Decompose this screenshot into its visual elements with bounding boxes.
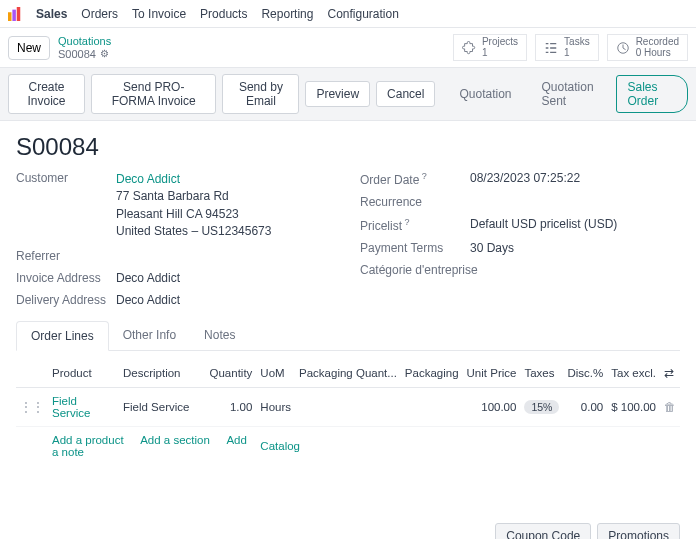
order-lines-table-wrap: Product Description Quantity UoM Packagi…: [0, 359, 696, 515]
customer-addr3: United States – US12345673: [116, 223, 271, 240]
col-packaging[interactable]: Packaging: [401, 359, 463, 388]
order-date-value: 08/23/2023 07:25:22: [470, 171, 580, 185]
col-settings[interactable]: ⇄: [660, 359, 680, 388]
invoice-address-label: Invoice Address: [16, 271, 116, 285]
gear-icon[interactable]: ⚙: [100, 48, 109, 60]
line-tax-pill[interactable]: 15%: [524, 400, 559, 414]
statbox-recorded-value: 0 Hours: [636, 48, 679, 59]
nav-to-invoice[interactable]: To Invoice: [132, 7, 186, 21]
add-section-link[interactable]: Add a section: [140, 434, 210, 446]
order-date-label: Order Date ?: [360, 171, 470, 187]
col-pkg-qty[interactable]: Packaging Quant...: [295, 359, 401, 388]
stage-sales-order[interactable]: Sales Order: [616, 75, 688, 113]
stage-quotation-sent[interactable]: Quotation Sent: [530, 75, 611, 113]
tab-order-lines[interactable]: Order Lines: [16, 321, 109, 351]
statbox-tasks-label: Tasks: [564, 37, 590, 48]
table-row[interactable]: ⋮⋮ Field Service Field Service 1.00 Hour…: [16, 387, 680, 426]
tab-notes[interactable]: Notes: [190, 321, 249, 350]
nav-reporting[interactable]: Reporting: [261, 7, 313, 21]
clock-icon: [616, 41, 630, 55]
referrer-label: Referrer: [16, 249, 116, 263]
pricelist-label: Pricelist ?: [360, 217, 470, 233]
send-email-button[interactable]: Send by Email: [222, 74, 299, 114]
col-uom[interactable]: UoM: [256, 359, 295, 388]
help-icon[interactable]: ?: [419, 171, 427, 181]
add-product-link[interactable]: Add a product: [52, 434, 124, 446]
record-title: S00084: [16, 133, 680, 161]
tab-other-info[interactable]: Other Info: [109, 321, 190, 350]
statbox-projects-label: Projects: [482, 37, 518, 48]
invoice-address-value[interactable]: Deco Addict: [116, 271, 180, 285]
col-quantity[interactable]: Quantity: [199, 359, 257, 388]
line-unit-price[interactable]: 100.00: [463, 387, 521, 426]
pricelist-value[interactable]: Default USD pricelist (USD): [470, 217, 617, 231]
form-footer: Coupon Code Promotions Terms & Condition…: [0, 515, 696, 539]
customer-label: Customer: [16, 171, 116, 185]
form-sheet: S00084 Customer Deco Addict 77 Santa Bar…: [0, 121, 696, 359]
statbox-tasks[interactable]: Tasks1: [535, 34, 599, 61]
col-disc[interactable]: Disc.%: [563, 359, 607, 388]
line-disc[interactable]: 0.00: [563, 387, 607, 426]
line-product-link[interactable]: Field Service: [52, 395, 90, 419]
col-tax-excl[interactable]: Tax excl.: [607, 359, 660, 388]
preview-button[interactable]: Preview: [305, 81, 370, 107]
create-invoice-button[interactable]: Create Invoice: [8, 74, 85, 114]
sliders-icon: ⇄: [664, 367, 674, 379]
svg-rect-2: [17, 7, 21, 21]
promotions-button[interactable]: Promotions: [597, 523, 680, 539]
tasks-icon: [544, 41, 558, 55]
control-row: New Quotations S00084 ⚙ Projects1 Tasks1…: [0, 28, 696, 67]
statbox-tasks-value: 1: [564, 48, 590, 59]
nav-orders[interactable]: Orders: [81, 7, 118, 21]
col-unit-price[interactable]: Unit Price: [463, 359, 521, 388]
line-tax-excl: $ 100.00: [607, 387, 660, 426]
nav-configuration[interactable]: Configuration: [327, 7, 398, 21]
stage-quotation[interactable]: Quotation: [447, 82, 523, 106]
order-lines-table: Product Description Quantity UoM Packagi…: [16, 359, 680, 515]
action-bar: Create Invoice Send PRO-FORMA Invoice Se…: [0, 67, 696, 121]
nav-products[interactable]: Products: [200, 7, 247, 21]
delivery-address-value[interactable]: Deco Addict: [116, 293, 180, 307]
cancel-button[interactable]: Cancel: [376, 81, 435, 107]
statbox-projects[interactable]: Projects1: [453, 34, 527, 61]
line-qty[interactable]: 1.00: [199, 387, 257, 426]
notebook-tabs: Order Lines Other Info Notes: [16, 321, 680, 351]
puzzle-icon: [462, 41, 476, 55]
line-description[interactable]: Field Service: [119, 387, 199, 426]
delivery-address-label: Delivery Address: [16, 293, 116, 307]
drag-handle-icon[interactable]: ⋮⋮: [16, 387, 48, 426]
customer-addr1: 77 Santa Barbara Rd: [116, 188, 271, 205]
send-proforma-button[interactable]: Send PRO-FORMA Invoice: [91, 74, 216, 114]
col-taxes[interactable]: Taxes: [520, 359, 563, 388]
payment-terms-value[interactable]: 30 Days: [470, 241, 514, 255]
col-description[interactable]: Description: [119, 359, 199, 388]
company-category-label: Catégorie d'entreprise: [360, 263, 500, 277]
statbox-recorded-label: Recorded: [636, 37, 679, 48]
breadcrumb-current: S00084: [58, 48, 96, 61]
payment-terms-label: Payment Terms: [360, 241, 470, 255]
line-uom[interactable]: Hours: [256, 387, 295, 426]
col-product[interactable]: Product: [48, 359, 119, 388]
svg-rect-1: [12, 9, 16, 20]
svg-rect-0: [8, 12, 12, 21]
coupon-code-button[interactable]: Coupon Code: [495, 523, 591, 539]
help-icon[interactable]: ?: [402, 217, 410, 227]
top-nav: Sales Orders To Invoice Products Reporti…: [0, 0, 696, 28]
customer-addr2: Pleasant Hill CA 94523: [116, 206, 271, 223]
statbox-projects-value: 1: [482, 48, 518, 59]
new-button[interactable]: New: [8, 36, 50, 60]
catalog-link[interactable]: Catalog: [260, 440, 300, 452]
nav-sales[interactable]: Sales: [36, 7, 67, 21]
statbox-recorded[interactable]: Recorded0 Hours: [607, 34, 688, 61]
trash-icon[interactable]: 🗑: [660, 387, 680, 426]
recurrence-label: Recurrence: [360, 195, 470, 209]
breadcrumb-parent[interactable]: Quotations: [58, 35, 111, 48]
customer-name-link[interactable]: Deco Addict: [116, 171, 271, 188]
app-logo-icon: [8, 7, 22, 21]
breadcrumb: Quotations S00084 ⚙: [58, 35, 111, 60]
